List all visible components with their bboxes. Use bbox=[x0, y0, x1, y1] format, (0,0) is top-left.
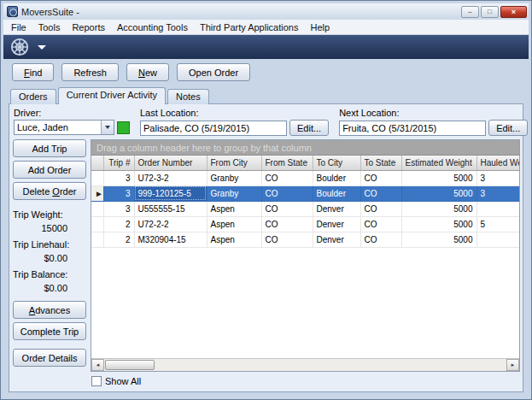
col-header-indicator bbox=[91, 156, 103, 170]
trip-weight-label: Trip Weight: bbox=[13, 209, 86, 220]
cell-estimated-weight: 5000 bbox=[401, 185, 476, 201]
cell-to-city: Boulder bbox=[313, 170, 360, 185]
trip-linehaul-label: Trip Linehaul: bbox=[13, 239, 86, 250]
toolbar: Find Refresh New Open Order bbox=[12, 63, 529, 81]
cell-trip: 3 bbox=[103, 185, 134, 201]
cell-from-state: CO bbox=[261, 170, 313, 185]
scroll-left-icon[interactable]: ◄ bbox=[91, 359, 104, 371]
row-indicator: ► bbox=[91, 185, 103, 201]
add-trip-button[interactable]: Add Trip bbox=[13, 139, 86, 157]
refresh-button[interactable]: Refresh bbox=[61, 63, 119, 81]
col-header-to-city[interactable]: To City bbox=[313, 156, 360, 170]
grid-row[interactable]: 2 U72-2-2 Aspen CO Denver CO 5000 5 bbox=[91, 216, 520, 232]
group-by-bar[interactable]: Drag a column header here to group by th… bbox=[91, 140, 519, 156]
h-scrollbar-thumb[interactable] bbox=[105, 360, 155, 370]
tab-current-driver-activity[interactable]: Current Driver Activity bbox=[58, 87, 166, 104]
menu-bar: File Tools Reports Accounting Tools Thir… bbox=[3, 20, 529, 35]
cell-to-state: CO bbox=[360, 216, 401, 232]
next-location-label: Next Location: bbox=[339, 108, 528, 118]
trip-linehaul-value: $0.00 bbox=[13, 253, 86, 263]
cell-from-state: CO bbox=[261, 216, 313, 232]
minimize-button[interactable]: – bbox=[461, 6, 479, 18]
footer: Show All bbox=[12, 374, 520, 389]
find-button[interactable]: Find bbox=[12, 63, 54, 81]
ship-wheel-logo-icon bbox=[10, 38, 29, 56]
tab-notes[interactable]: Notes bbox=[167, 89, 209, 104]
cell-to-city: Denver bbox=[313, 232, 360, 247]
menu-item-file[interactable]: File bbox=[5, 21, 32, 34]
trip-balance-value: $0.00 bbox=[13, 283, 86, 293]
next-location-field[interactable] bbox=[339, 121, 486, 136]
menu-item-tools[interactable]: Tools bbox=[32, 21, 67, 34]
scroll-right-icon[interactable]: ► bbox=[506, 359, 519, 371]
last-location-edit-button[interactable]: Edit... bbox=[289, 120, 329, 136]
last-location-field[interactable] bbox=[140, 121, 287, 136]
chevron-down-icon[interactable] bbox=[101, 121, 114, 134]
caption-buttons: – □ × bbox=[461, 6, 527, 18]
app-window: MoversSuite - – □ × File Tools Reports A… bbox=[0, 0, 532, 400]
cell-from-city: Aspen bbox=[207, 216, 261, 232]
menu-item-third-party-applications[interactable]: Third Party Applications bbox=[194, 21, 305, 34]
driver-value: Luce, Jaden bbox=[15, 122, 101, 132]
grid-row[interactable]: 3 U555555-15 Aspen CO Denver CO 5000 bbox=[91, 201, 520, 216]
add-order-button[interactable]: Add Order bbox=[13, 161, 86, 179]
cell-estimated-weight: 5000 bbox=[401, 170, 476, 185]
col-header-from-city[interactable]: From City bbox=[207, 156, 261, 170]
delete-order-button[interactable]: Delete Order bbox=[13, 182, 86, 200]
cell-order-number: 999-120125-5 bbox=[134, 185, 207, 201]
grid-row[interactable]: 2 M320904-15 Aspen CO Denver CO 5000 bbox=[91, 232, 520, 247]
open-order-button[interactable]: Open Order bbox=[177, 63, 250, 81]
complete-trip-button[interactable]: Complete Trip bbox=[13, 322, 86, 340]
col-header-estimated-weight[interactable]: Estimated Weight bbox=[401, 156, 476, 170]
order-details-button[interactable]: Order Details bbox=[13, 349, 86, 367]
cell-order-number: U72-2-2 bbox=[134, 216, 207, 232]
column-header-row: Trip # Order Number From City From State… bbox=[91, 156, 520, 170]
col-header-from-state[interactable]: From State bbox=[261, 156, 313, 170]
cell-to-state: CO bbox=[360, 170, 401, 185]
show-all-checkbox[interactable] bbox=[91, 376, 102, 386]
grid-empty-area bbox=[91, 248, 519, 359]
col-header-trip[interactable]: Trip # bbox=[103, 156, 134, 170]
cell-from-city: Aspen bbox=[207, 201, 261, 216]
cell-hauled-weight bbox=[476, 232, 520, 247]
cell-order-number: M320904-15 bbox=[134, 232, 207, 247]
driver-field-group: Driver: Luce, Jaden bbox=[14, 108, 130, 136]
cell-from-state: CO bbox=[261, 201, 313, 216]
cell-to-city: Denver bbox=[313, 216, 360, 232]
trip-balance-label: Trip Balance: bbox=[13, 269, 86, 279]
last-location-field-group: Last Location: Edit... bbox=[140, 108, 329, 136]
col-header-hauled-weight[interactable]: Hauled Weight bbox=[476, 156, 520, 170]
content-area: Find Refresh New Open Order Orders Curre… bbox=[3, 59, 529, 397]
cell-to-city: Boulder bbox=[313, 185, 360, 201]
driver-select[interactable]: Luce, Jaden bbox=[14, 120, 114, 135]
col-header-order-number[interactable]: Order Number bbox=[134, 156, 207, 170]
cell-to-state: CO bbox=[360, 201, 401, 216]
logo-menu-dropdown-icon[interactable] bbox=[38, 45, 46, 50]
window-title: MoversSuite - bbox=[21, 7, 461, 17]
close-button[interactable]: × bbox=[500, 6, 527, 18]
selected-row-arrow-icon: ► bbox=[95, 189, 103, 198]
grid-table: Trip # Order Number From City From State… bbox=[91, 156, 520, 248]
col-header-to-state[interactable]: To State bbox=[360, 156, 401, 170]
advances-button[interactable]: Advances bbox=[13, 301, 86, 319]
h-scrollbar[interactable]: ◄ ► bbox=[91, 358, 519, 371]
cell-hauled-weight: 5 bbox=[476, 216, 520, 232]
orders-grid: Drag a column header here to group by th… bbox=[91, 139, 520, 372]
tab-orders[interactable]: Orders bbox=[10, 89, 56, 104]
cell-estimated-weight: 5000 bbox=[401, 216, 476, 232]
cell-trip: 2 bbox=[103, 216, 134, 232]
logo-bar bbox=[3, 35, 529, 59]
row-indicator bbox=[91, 170, 103, 185]
next-location-field-group: Next Location: Edit... bbox=[339, 108, 528, 136]
next-location-edit-button[interactable]: Edit... bbox=[488, 120, 528, 136]
cell-estimated-weight: 5000 bbox=[401, 232, 476, 247]
menu-item-help[interactable]: Help bbox=[304, 21, 336, 34]
new-button[interactable]: New bbox=[126, 63, 169, 81]
cell-hauled-weight: 3 bbox=[476, 170, 520, 185]
grid-row[interactable]: 3 U72-3-2 Granby CO Boulder CO 5000 3 bbox=[91, 170, 520, 185]
menu-item-accounting-tools[interactable]: Accounting Tools bbox=[111, 21, 194, 34]
menu-item-reports[interactable]: Reports bbox=[66, 21, 111, 34]
sidebar: Add Trip Add Order Delete Order Trip Wei… bbox=[12, 139, 91, 372]
grid-row-selected[interactable]: ► 3 999-120125-5 Granby CO Boulder CO 50… bbox=[91, 185, 520, 201]
maximize-button[interactable]: □ bbox=[481, 6, 499, 18]
